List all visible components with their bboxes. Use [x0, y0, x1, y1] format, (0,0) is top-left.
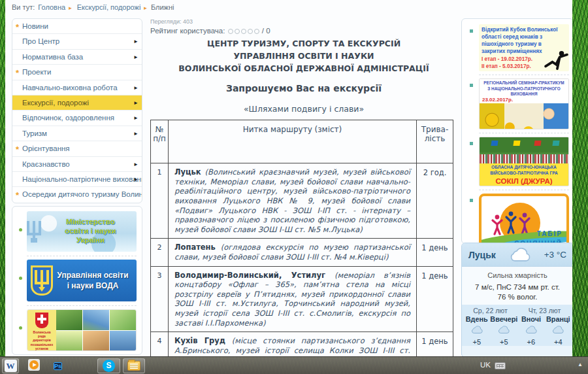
sidebar-item-novyny[interactable]: *Новини — [12, 19, 142, 34]
forecast-time: Ввечері — [490, 315, 517, 323]
banner-text: освіти і науки — [44, 227, 137, 236]
route-description: Луцьк (Волинський краєзнавчий музей, муз… — [169, 163, 417, 239]
volyn-coat-of-arms-icon — [35, 313, 48, 328]
sidebar-item-ekskursii-active[interactable]: Екскурсії, подорожі► — [12, 95, 142, 110]
sidebar-item-label: Національно-патріотичне виховання — [22, 175, 142, 183]
sidebar-item-normatyvna-baza[interactable]: Нормативна база► — [12, 50, 142, 65]
rating-star-icon[interactable] — [228, 29, 233, 34]
route-heading: «Шляхами подвигу і слави» — [150, 104, 457, 114]
sidebar-menu: *Новини Про Центр► Нормативна база► *Про… — [12, 18, 142, 203]
photo-collage — [56, 310, 136, 350]
cloud-icon — [508, 248, 532, 262]
banner-sokil-dzhura[interactable]: ОБЛАСНА ДИТЯЧО-ЮНАЦЬКА ВІЙСЬКОВО-ПАТРІОТ… — [479, 137, 569, 190]
breadcrumb: Ви тут: Головна▸ Екскурсії, подорожі▸ Бл… — [12, 3, 174, 11]
forecast-temp: +4 — [545, 338, 572, 346]
rating-star-icon[interactable] — [248, 29, 253, 34]
photoshop-taskbar-button[interactable]: Ps — [54, 359, 62, 371]
route-description: Лопатень (оглядова екскурсія по музею па… — [169, 239, 417, 266]
route-duration: 1 день — [417, 266, 453, 332]
sidebar-item-label: Новини — [22, 22, 48, 30]
breadcrumb-link-home[interactable]: Головна — [38, 3, 65, 11]
language-indicator[interactable]: UK — [480, 361, 491, 369]
rating-star-icon[interactable] — [235, 29, 240, 34]
bullet-icon: * — [16, 142, 19, 157]
row-number: 1 — [151, 163, 169, 239]
chevron-right-icon: ► — [133, 110, 139, 126]
file-manager-taskbar-button[interactable] — [123, 358, 145, 373]
sidebar-item-oseredky[interactable]: *Осередки дитячого туризму Волині — [12, 187, 142, 202]
banner-tourism-cup[interactable]: Відкритий Кубок Волинської області серед… — [479, 24, 569, 75]
route-duration: 1 день — [417, 332, 453, 356]
chevron-right-icon: ► — [133, 172, 139, 187]
skype-icon: S — [103, 360, 115, 372]
rating-value: / 0 — [262, 27, 270, 35]
forecast-temp: +5 — [463, 338, 491, 346]
sidebar-item-label: Екскурсії, подорожі — [22, 99, 89, 107]
sidebar-item-label: Туризм — [22, 129, 47, 137]
route-duration: 1 день — [417, 239, 453, 266]
chevron-right-icon: ► — [133, 80, 139, 95]
bullet-icon: * — [16, 188, 19, 203]
keyboard-icon[interactable] — [495, 362, 506, 369]
views-counter: Перегляди: 403 — [150, 18, 457, 25]
banner-volyn-rada[interactable]: Волинська рада директорів позашкільних у… — [27, 309, 137, 355]
sidebar-item-kraieznavstvo[interactable]: Краєзнавство► — [12, 157, 142, 172]
sidebar-item-nats-patriotychne[interactable]: Національно-патріотичне виховання► — [12, 172, 142, 187]
sidebar-item-label: Осередки дитячого туризму Волині — [22, 190, 142, 198]
word-icon: W — [5, 360, 17, 372]
sidebar-item-turyzm[interactable]: Туризм► — [12, 126, 142, 141]
photoshop-icon: Ps — [54, 362, 62, 370]
row-number: 3 — [151, 266, 169, 332]
chevron-right-icon: ► — [133, 34, 139, 49]
rating-star-icon[interactable] — [241, 29, 246, 34]
rating-star-icon[interactable] — [254, 29, 259, 34]
row-number: 4 — [151, 332, 169, 356]
sidebar-item-proekty[interactable]: *Проекти — [12, 65, 142, 80]
user-rating: Рейтинг користувача: / 0 — [150, 27, 457, 35]
forecast-day: Чт, 23 лют — [517, 307, 572, 314]
sidebar-item-label: Проекти — [22, 68, 51, 76]
chevron-right-icon: ► — [133, 95, 139, 110]
bullet-icon: * — [16, 20, 19, 35]
word-taskbar-button[interactable]: W — [2, 358, 19, 373]
table-row: 4 Кухів Груд (місце стоянки партизансько… — [151, 332, 453, 356]
forecast-temp: +5 — [491, 338, 518, 346]
banner-seminar[interactable]: РЕГІОНАЛЬНИЙ СЕМІНАР-ПРАКТИКУМ З НАЦІОНА… — [479, 78, 569, 133]
table-header-row: № п/п Нитка маршруту (зміст) Трива-лість — [151, 120, 453, 163]
banner-ministry-education[interactable]: Міністерство освіти і науки України — [27, 211, 137, 256]
sidebar-item-vidpochynok[interactable]: Відпочинок, оздоровлення► — [12, 110, 142, 126]
media-player-taskbar-button[interactable] — [28, 359, 40, 371]
breadcrumb-arrow-icon: ▸ — [144, 5, 147, 11]
sidebar-item-label: Про Центр — [22, 37, 59, 45]
breadcrumb-link-excursions[interactable]: Екскурсії, подорожі — [77, 3, 141, 11]
list-bullet-icon — [19, 277, 22, 280]
tryzub-icon — [27, 221, 42, 242]
breadcrumb-current: Ближні — [151, 3, 174, 11]
shield-tryzub-icon — [31, 265, 53, 296]
sidebar-item-pro-tsentr[interactable]: Про Центр► — [12, 34, 142, 49]
sidebar-item-label: Навчально-виховна робота — [22, 84, 118, 92]
sidebar-item-label: Орієнтування — [22, 144, 70, 152]
weather-widget[interactable]: Луцьк +3 °C Сильна хмарність 7 м/с, ПнС … — [461, 243, 572, 356]
table-row: 3 Володимир-Волинський, Устилуг (меморіа… — [151, 266, 453, 332]
weather-city: Луцьк — [468, 250, 496, 260]
tray-expand-icon[interactable]: ▲ — [578, 362, 583, 367]
weather-humidity: 76 % волог. — [463, 293, 572, 301]
chevron-right-icon: ► — [133, 50, 139, 65]
sidebar-item-navchalno-vykhovna[interactable]: Навчально-виховна робота► — [12, 80, 142, 95]
banner-text: ВІЙСЬКОВО-ПАТРІОТИЧНА ГРА — [480, 171, 568, 177]
list-bullet-icon — [470, 84, 473, 87]
banner-text: 23.02.2017р. — [481, 97, 567, 103]
banner-text: Міністерство — [44, 218, 137, 227]
sunflower-child-photo — [480, 103, 568, 129]
skype-taskbar-button[interactable]: S — [97, 358, 120, 373]
sidebar-item-orientuvannia[interactable]: *Орієнтування — [12, 141, 142, 156]
route-description: Володимир-Волинський, Устилуг (меморіал … — [169, 266, 417, 332]
col-header-route: Нитка маршруту (зміст) — [169, 120, 417, 163]
breadcrumb-arrow-icon: ▸ — [69, 5, 72, 11]
page-title: ЦЕНТР ТУРИЗМУ, СПОРТУ ТА ЕКСКУРСІЙ УПРАВ… — [150, 38, 457, 75]
banner-voda-education[interactable]: Управління освіти і науки ВОДА — [27, 260, 137, 306]
list-bullet-icon — [19, 228, 22, 231]
left-banner-panel: Міністерство освіти і науки України Упра… — [12, 206, 142, 355]
cloud-icon — [497, 326, 510, 334]
